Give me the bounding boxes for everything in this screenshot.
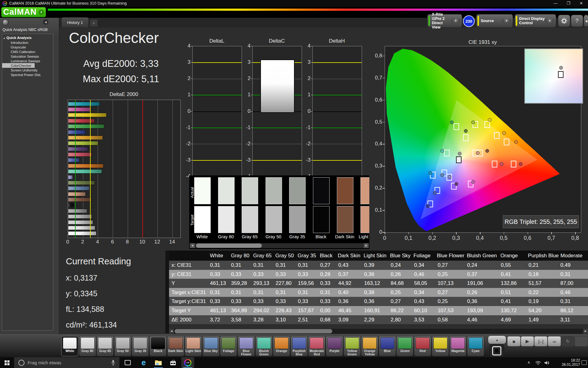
palette-patch-gray-65[interactable]: Gray 65 xyxy=(96,336,114,356)
palette-patch-red[interactable]: Red xyxy=(414,336,431,356)
action-center-icon[interactable] xyxy=(582,360,587,365)
scrollbar-thumb[interactable] xyxy=(196,243,262,248)
meter-dropdown[interactable]: X-Rite i1Pro 2Direct View ▼ xyxy=(427,14,462,28)
palette-patch-blue-sky[interactable]: Blue Sky xyxy=(202,336,220,356)
cortana-search[interactable]: Frag mich etwas xyxy=(14,357,119,368)
y-tick-label: -2 xyxy=(183,141,190,147)
palette-patch-orange-yellow[interactable]: Orange Yellow xyxy=(361,336,378,356)
color-chip xyxy=(63,337,77,349)
network-icon[interactable] xyxy=(535,361,541,365)
palette-patch-green[interactable]: Green xyxy=(396,336,413,356)
microphone-icon[interactable] xyxy=(111,360,115,366)
table-cell: 3,28 xyxy=(251,315,273,324)
help-button[interactable]: ? xyxy=(571,15,583,27)
tray-expand-icon[interactable]: ∧ xyxy=(527,360,530,365)
speaker-icon[interactable] xyxy=(545,361,549,365)
chevron-down-icon[interactable]: ▼ xyxy=(502,18,511,24)
table-cell: 0,27 xyxy=(435,288,465,297)
task-view-button[interactable] xyxy=(121,357,134,368)
palette-patch-purple[interactable]: Purple xyxy=(326,336,343,356)
sidebar-item-introduction[interactable]: Introduction xyxy=(2,40,53,45)
table-cell: 0,31 xyxy=(273,288,296,297)
scroll-right-icon[interactable]: ▶ xyxy=(364,243,369,248)
palette-patch-cyan[interactable]: Cyan xyxy=(467,336,484,356)
table-scrollbar[interactable]: ◀ ▶ xyxy=(169,329,588,334)
patch-name: Yellow Green xyxy=(344,349,360,356)
settings-button[interactable] xyxy=(558,15,570,27)
transport-button-5[interactable] xyxy=(575,336,588,347)
y-tick-label: 2 xyxy=(183,75,190,82)
edge-button[interactable]: e xyxy=(137,357,150,368)
display-control-dropdown[interactable]: Direct Display Control ▼ xyxy=(514,14,556,28)
store-button[interactable] xyxy=(167,357,179,368)
palette-patch-black[interactable]: Black xyxy=(149,336,167,356)
pattern-window-button[interactable] xyxy=(489,344,504,357)
swatch-scrollbar[interactable]: ◀ ▶ xyxy=(190,243,369,248)
tab-history-1[interactable]: History 1 xyxy=(61,17,89,27)
x-tick-label: 8 xyxy=(123,239,132,245)
source-dropdown[interactable]: Source ▼ xyxy=(476,14,513,28)
transport-button-1[interactable]: ▶ xyxy=(521,336,534,347)
scroll-left-icon[interactable]: ◀ xyxy=(169,329,174,334)
sidebar-item-grayscale[interactable]: Grayscale xyxy=(2,45,53,49)
scrollbar-thumb[interactable] xyxy=(175,329,332,333)
chevron-down-icon[interactable]: ▼ xyxy=(451,18,460,24)
gridline xyxy=(128,100,128,238)
gridline--3 xyxy=(253,160,302,161)
palette-patch-gray-80[interactable]: Gray 80 xyxy=(79,336,96,356)
reference-line-10 xyxy=(142,100,143,238)
actual-marker-yellow-green xyxy=(471,121,475,124)
palette-patch-light-skin[interactable]: Light Skin xyxy=(185,336,202,356)
palette-patch-blue-flower[interactable]: Blue Flower xyxy=(238,336,255,356)
sidebar-item-colorchecker[interactable]: ColorChecker xyxy=(2,63,35,68)
palette-patch-dark-skin[interactable]: Dark Skin xyxy=(167,336,184,356)
collapse-panel-button[interactable]: ◀ xyxy=(584,15,588,27)
palette-patch-blue[interactable]: Blue xyxy=(379,336,396,356)
add-tab-button[interactable]: + xyxy=(89,19,98,27)
palette-patch-gray-50[interactable]: Gray 50 xyxy=(114,336,131,356)
tree-root[interactable]: ◢Quick Analysis xyxy=(2,34,53,40)
close-button[interactable]: ✕ xyxy=(575,0,588,7)
tick-mark xyxy=(311,62,312,63)
palette-patch-gray-35[interactable]: Gray 35 xyxy=(132,336,149,356)
tree-expand-icon[interactable]: ◢ xyxy=(3,37,5,39)
gridline-3 xyxy=(193,62,242,63)
transport-button-3[interactable]: ∞ xyxy=(548,336,561,347)
patch-name: Gray 35 xyxy=(132,349,149,353)
palette-patch-bluish-green[interactable]: Bluish Green xyxy=(255,336,273,356)
palette-patch-white[interactable]: White xyxy=(61,336,78,356)
file-explorer-button[interactable] xyxy=(152,357,165,368)
sidebar-collapse-icon[interactable]: ◀ xyxy=(43,19,48,25)
deltae-bar-blue-flower xyxy=(68,175,73,179)
calman-taskbar-button[interactable]: CM xyxy=(181,357,194,368)
minimize-button[interactable]: — xyxy=(549,0,562,7)
palette-patch-yellow[interactable]: Yellow xyxy=(432,336,449,356)
clock[interactable]: 18:22 26.01.2017 xyxy=(562,358,580,367)
pattern-expand-button[interactable]: ▲ xyxy=(488,335,506,344)
palette-patch-yellow-green[interactable]: Yellow Green xyxy=(344,336,361,356)
chevron-down-icon[interactable]: ▼ xyxy=(545,18,554,24)
scroll-right-icon[interactable]: ▶ xyxy=(583,329,588,334)
palette-patch-foliage[interactable]: Foliage xyxy=(220,336,237,356)
palette-patch-orange[interactable]: Orange xyxy=(273,336,290,356)
palette-patch-magenta[interactable]: Magenta xyxy=(449,336,466,356)
restore-button[interactable]: ❐ xyxy=(562,0,575,7)
transport-button-4[interactable]: ↻ xyxy=(561,336,575,347)
workflow-orb-icon[interactable] xyxy=(2,19,9,25)
scroll-left-icon[interactable]: ◀ xyxy=(190,243,195,248)
palette-patch-moderate-red[interactable]: Moderate Red xyxy=(308,336,325,356)
sidebar-item-spectral-power-dist-[interactable]: Spectral Power Dist. xyxy=(2,72,53,77)
transport-button-2[interactable]: [–] xyxy=(534,336,548,347)
sidebar-item-cms-calibration[interactable]: CMS Calibration xyxy=(2,49,53,54)
start-button[interactable] xyxy=(0,357,13,368)
transport-button-0[interactable]: ■ xyxy=(507,336,521,347)
calman-logo-button[interactable]: CalMAN ▼ xyxy=(1,7,46,17)
palette-patch-purplish-blue[interactable]: Purplish Blue xyxy=(291,336,308,356)
sidebar-item-luminance-sweeps[interactable]: Luminance Sweeps xyxy=(2,59,53,63)
sidebar-item-saturation-sweeps[interactable]: Saturation Sweeps xyxy=(2,54,53,59)
tick-mark xyxy=(251,144,252,144)
windows-taskbar: Frag mich etwas e xyxy=(0,357,588,368)
sidebar-item-screen-uniformity[interactable]: Screen Uniformity xyxy=(2,68,53,72)
table-cell: 0,31 xyxy=(273,261,296,270)
logo-dropdown-icon[interactable]: ▼ xyxy=(39,10,44,15)
